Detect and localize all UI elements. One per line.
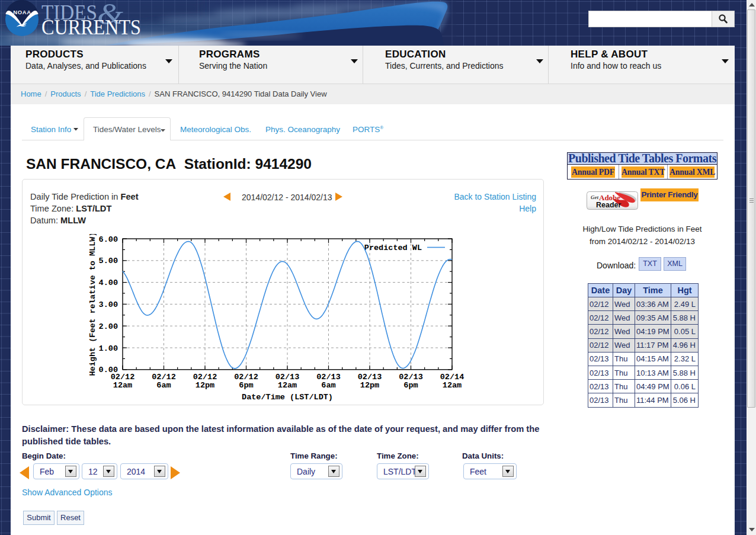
svg-text:Height (Feet relative to MLLW): Height (Feet relative to MLLW) (88, 234, 97, 376)
svg-text:02/13: 02/13 (358, 373, 382, 382)
svg-text:02/13: 02/13 (316, 373, 341, 382)
svg-text:12am: 12am (113, 381, 132, 390)
svg-text:6.00: 6.00 (99, 235, 118, 244)
svg-text:6am: 6am (321, 381, 335, 390)
svg-text:12am: 12am (443, 381, 462, 390)
svg-text:02/13: 02/13 (399, 373, 423, 382)
svg-text:2.00: 2.00 (99, 322, 118, 331)
svg-text:02/12: 02/12 (193, 373, 217, 382)
svg-text:6pm: 6pm (403, 381, 418, 390)
svg-text:4.00: 4.00 (99, 278, 118, 287)
svg-text:Reader: Reader (596, 201, 622, 209)
svg-text:12pm: 12pm (196, 381, 214, 390)
svg-text:Date/Time (LST/LDT): Date/Time (LST/LDT) (242, 393, 333, 402)
svg-text:02/13: 02/13 (276, 373, 300, 382)
svg-text:02/12: 02/12 (111, 373, 135, 382)
svg-text:12pm: 12pm (360, 381, 379, 390)
svg-text:5.00: 5.00 (99, 257, 118, 265)
svg-text:6pm: 6pm (239, 381, 253, 390)
svg-text:Predicted WL: Predicted WL (364, 244, 422, 252)
svg-text:CURRENTS: CURRENTS (41, 16, 141, 39)
svg-text:02/12: 02/12 (234, 373, 258, 382)
svg-text:1.00: 1.00 (99, 344, 118, 353)
svg-text:Get: Get (591, 194, 598, 200)
svg-text:12am: 12am (278, 381, 297, 390)
svg-text:02/14: 02/14 (440, 373, 465, 382)
svg-text:3.00: 3.00 (99, 300, 118, 309)
svg-text:6am: 6am (156, 381, 171, 390)
svg-text:NOAA: NOAA (13, 9, 31, 15)
svg-text:02/12: 02/12 (152, 373, 176, 382)
